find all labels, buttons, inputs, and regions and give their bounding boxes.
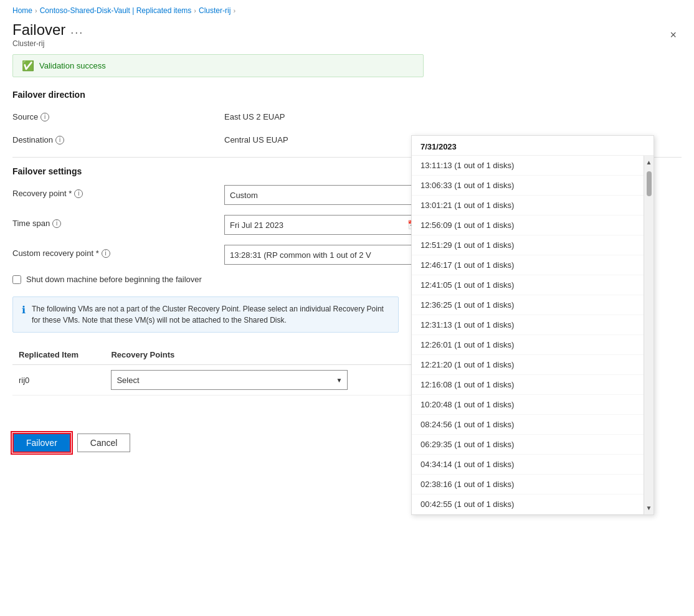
table-cell-select: Select ▼ <box>105 365 424 396</box>
breadcrumb-sep-1: › <box>35 7 37 14</box>
time-span-label: Time span i <box>12 215 224 228</box>
dropdown-item[interactable]: 08:24:56 (1 out of 1 disks) <box>412 415 644 435</box>
dropdown-item[interactable]: 12:41:05 (1 out of 1 disks) <box>412 275 644 295</box>
breadcrumb-home[interactable]: Home <box>12 6 32 15</box>
panel-subtitle: Cluster-rij <box>12 39 83 48</box>
dropdown-item[interactable]: 04:34:14 (1 out of 1 disks) <box>412 455 644 475</box>
select-label: Select <box>116 376 139 385</box>
time-span-input[interactable]: Fri Jul 21 2023 📅 <box>224 215 424 235</box>
dropdown-item[interactable]: 10:20:48 (1 out of 1 disks) <box>412 395 644 415</box>
info-box: ℹ The following VMs are not a part of th… <box>12 296 399 333</box>
validation-icon: ✅ <box>22 60 34 72</box>
scroll-up-icon[interactable]: ▲ <box>644 157 654 168</box>
destination-info-icon[interactable]: i <box>55 136 64 145</box>
info-box-icon: ℹ <box>22 304 26 326</box>
dropdown-item[interactable]: 13:11:13 (1 out of 1 disks) <box>412 156 644 176</box>
shutdown-label[interactable]: Shut down machine before beginning the f… <box>26 275 202 284</box>
validation-text: Validation success <box>39 61 106 70</box>
custom-recovery-point-input[interactable]: 13:28:31 (RP common with 1 out of 2 V <box>224 245 424 265</box>
dropdown-item[interactable]: 06:29:35 (1 out of 1 disks) <box>412 435 644 455</box>
dropdown-item[interactable]: 12:56:09 (1 out of 1 disks) <box>412 216 644 235</box>
table-col-recovery: Recovery Points <box>105 345 424 365</box>
dropdown-item[interactable]: 13:01:21 (1 out of 1 disks) <box>412 196 644 216</box>
failover-button[interactable]: Failover <box>12 433 71 453</box>
dropdown-item[interactable]: 00:42:55 (1 out of 1 disks) <box>412 495 644 514</box>
replicated-table: Replicated Item Recovery Points rij0 Sel… <box>12 345 424 396</box>
dropdown-item[interactable]: 12:26:01 (1 out of 1 disks) <box>412 335 644 355</box>
recovery-point-info-icon[interactable]: i <box>74 189 83 198</box>
dropdown-item[interactable]: 13:06:33 (1 out of 1 disks) <box>412 176 644 196</box>
source-value: East US 2 EUAP <box>224 108 682 121</box>
close-button[interactable]: × <box>665 27 682 43</box>
dropdown-scroll-area[interactable]: 13:11:13 (1 out of 1 disks)13:06:33 (1 o… <box>412 156 644 514</box>
dropdown-item[interactable]: 12:51:29 (1 out of 1 disks) <box>412 235 644 255</box>
chevron-down-icon: ▼ <box>336 377 343 384</box>
dropdown-inner: 13:11:13 (1 out of 1 disks)13:06:33 (1 o… <box>412 156 654 514</box>
scroll-down-icon[interactable]: ▼ <box>644 503 654 513</box>
content-area: ✅ Validation success Failover direction … <box>0 54 694 427</box>
scroll-thumb[interactable] <box>647 171 652 196</box>
custom-recovery-point-label: Custom recovery point * i <box>12 245 224 258</box>
custom-rp-info-icon[interactable]: i <box>102 249 110 258</box>
panel-more-options[interactable]: ... <box>70 24 83 37</box>
source-label: Source i <box>12 108 224 121</box>
breadcrumb-cluster[interactable]: Cluster-rij <box>199 6 231 15</box>
dropdown-item[interactable]: 02:38:16 (1 out of 1 disks) <box>412 475 644 495</box>
dropdown-item[interactable]: 12:31:13 (1 out of 1 disks) <box>412 315 644 335</box>
source-info-icon[interactable]: i <box>40 113 49 121</box>
panel-title-text: Failover <box>12 21 65 39</box>
table-col-item: Replicated Item <box>12 345 105 365</box>
table-cell-item: rij0 <box>12 365 105 396</box>
panel-title: Failover ... <box>12 21 83 39</box>
dropdown-item[interactable]: 12:21:20 (1 out of 1 disks) <box>412 355 644 375</box>
validation-banner: ✅ Validation success <box>12 54 424 77</box>
dropdown-date-header: 7/31/2023 <box>412 136 654 156</box>
page-container: Home › Contoso-Shared-Disk-Vault | Repli… <box>0 0 694 616</box>
panel-header: Failover ... Cluster-rij × <box>0 19 694 54</box>
source-row: Source i East US 2 EUAP <box>12 108 682 121</box>
dropdown-item[interactable]: 12:46:17 (1 out of 1 disks) <box>412 255 644 275</box>
dropdown-item[interactable]: 12:16:08 (1 out of 1 disks) <box>412 375 644 395</box>
dropdown-panel: 7/31/2023 13:11:13 (1 out of 1 disks)13:… <box>411 135 654 515</box>
cancel-button[interactable]: Cancel <box>77 434 131 452</box>
time-span-info-icon[interactable]: i <box>52 219 61 228</box>
breadcrumb-vault[interactable]: Contoso-Shared-Disk-Vault | Replicated i… <box>40 6 192 15</box>
shutdown-checkbox[interactable] <box>12 275 21 284</box>
destination-label: Destination i <box>12 131 224 145</box>
info-box-text: The following VMs are not a part of the … <box>32 303 389 326</box>
recovery-point-input[interactable]: Custom <box>224 185 424 205</box>
scrollbar[interactable]: ▲ ▼ <box>644 156 654 514</box>
table-row: rij0 Select ▼ <box>12 365 424 396</box>
failover-direction-heading: Failover direction <box>12 90 682 100</box>
recovery-points-select[interactable]: Select ▼ <box>111 370 348 390</box>
recovery-point-label: Recovery point * i <box>12 185 224 198</box>
panel-title-area: Failover ... Cluster-rij <box>12 21 83 48</box>
dropdown-item[interactable]: 12:36:25 (1 out of 1 disks) <box>412 295 644 315</box>
breadcrumb-sep-3: › <box>233 7 235 14</box>
breadcrumb-sep-2: › <box>194 7 196 14</box>
breadcrumb: Home › Contoso-Shared-Disk-Vault | Repli… <box>0 0 694 19</box>
